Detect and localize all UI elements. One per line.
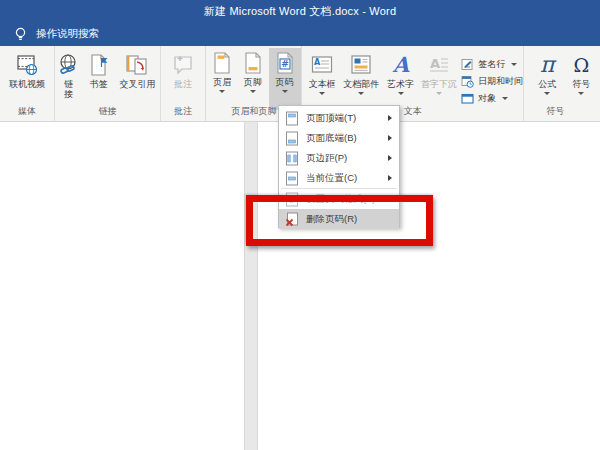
header-dropdown-arrow-icon — [219, 90, 225, 93]
drop-cap-icon: A — [427, 52, 451, 78]
text-box-dropdown-arrow-icon — [319, 92, 325, 95]
submenu-arrow-icon — [388, 155, 392, 161]
drop-cap-dropdown-arrow-icon — [436, 92, 442, 95]
drop-cap-label: 首字下沉 — [421, 79, 457, 89]
date-and-time-icon — [461, 75, 474, 88]
footer-button[interactable]: 页脚 — [238, 48, 268, 104]
bookmark-icon — [88, 52, 110, 78]
signature-line-label: 签名行 — [478, 58, 505, 71]
submenu-arrow-icon — [388, 115, 392, 121]
symbol-omega-icon: Ω — [573, 52, 589, 78]
menu-item-label: 页面顶端(T) — [306, 112, 388, 125]
comment-label: 批注 — [174, 79, 192, 89]
window-title: 新建 Microsoft Word 文档.docx - Word — [204, 4, 396, 19]
object-label: 对象 — [478, 92, 496, 105]
cross-reference-label: 交叉引用 — [119, 79, 155, 89]
svg-text:#: # — [281, 59, 289, 69]
date-and-time-label: 日期和时间 — [478, 75, 523, 88]
quick-parts-icon — [349, 52, 373, 78]
signature-line-button[interactable]: 签名行 — [461, 56, 523, 72]
submenu-arrow-icon — [388, 175, 392, 181]
menu-item-top-of-page[interactable]: 页面顶端(T) — [279, 108, 399, 128]
current-position-icon — [284, 171, 299, 186]
lightbulb-icon — [14, 27, 27, 42]
symbols-group-label: 符号 — [524, 105, 600, 118]
tell-me-label: 操作说明搜索 — [36, 27, 99, 41]
svg-text:A: A — [314, 58, 321, 67]
date-and-time-button[interactable]: 日期和时间 — [461, 73, 523, 89]
menu-item-label: 页面底端(B) — [306, 132, 388, 145]
comment-icon — [171, 52, 195, 78]
online-video-icon — [15, 52, 39, 78]
footer-icon — [243, 50, 263, 76]
page-bottom-icon — [284, 131, 299, 146]
bookmark-label: 书签 — [90, 79, 108, 89]
footer-label: 页脚 — [244, 77, 262, 87]
text-box-button[interactable]: A 文本框 — [306, 50, 338, 106]
quick-parts-button[interactable]: 文档部件 — [341, 50, 382, 106]
menu-item-bottom-of-page[interactable]: 页面底端(B) — [279, 128, 399, 148]
footer-dropdown-arrow-icon — [250, 90, 256, 93]
svg-text:A: A — [430, 56, 440, 71]
page-top-icon — [284, 111, 299, 126]
links-group-label: 链接 — [55, 105, 160, 118]
drop-cap-button: A 首字下沉 — [419, 50, 458, 106]
svg-text:A: A — [391, 53, 409, 77]
page-number-dropdown-arrow-icon — [282, 90, 288, 93]
quick-parts-label: 文档部件 — [343, 79, 379, 89]
menu-item-current-position[interactable]: 当前位置(C) — [279, 168, 399, 188]
wordart-label: 艺术字 — [387, 79, 414, 89]
document-page-edge — [244, 122, 258, 450]
page-number-button[interactable]: # 页码 — [269, 48, 301, 110]
signature-line-icon — [461, 58, 474, 71]
red-annotation-rectangle — [246, 195, 433, 246]
page-number-label: 页码 — [276, 77, 294, 87]
ribbon-group-symbols: π 公式 Ω 符号 符号 — [524, 46, 600, 121]
online-video-label: 联机视频 — [9, 79, 45, 89]
symbol-button[interactable]: Ω 符号 — [566, 50, 596, 106]
tell-me-bar[interactable]: 操作说明搜索 — [0, 22, 600, 46]
menu-item-page-margins[interactable]: 页边距(P) — [279, 148, 399, 168]
submenu-arrow-icon — [388, 135, 392, 141]
ribbon-group-links: 链接 书签 — [55, 46, 161, 121]
ribbon-group-media: 联机视频 媒体 — [0, 46, 55, 121]
equation-pi-icon: π — [540, 52, 554, 78]
title-bar: 新建 Microsoft Word 文档.docx - Word — [0, 0, 600, 22]
quick-parts-dropdown-arrow-icon — [358, 92, 364, 95]
link-button[interactable]: 链接 — [56, 50, 82, 106]
online-video-button[interactable]: 联机视频 — [0, 50, 54, 106]
text-group-stack: 签名行 日期和时间 — [461, 50, 523, 106]
bookmark-button[interactable]: 书签 — [83, 50, 115, 106]
signature-line-dropdown-arrow-icon — [511, 63, 517, 66]
object-button[interactable]: 对象 — [461, 90, 523, 106]
page-number-icon: # — [275, 50, 295, 76]
ribbon-group-comments: 批注 批注 — [161, 46, 206, 121]
wordart-dropdown-arrow-icon — [398, 92, 404, 95]
comments-group-label: 批注 — [161, 105, 205, 118]
text-box-label: 文本框 — [309, 79, 336, 89]
media-group-label: 媒体 — [0, 105, 54, 118]
page-margins-icon — [284, 151, 299, 166]
link-icon — [57, 52, 81, 78]
link-label: 链接 — [63, 79, 74, 100]
symbol-dropdown-arrow-icon — [578, 92, 584, 95]
header-label: 页眉 — [213, 77, 231, 87]
comment-button: 批注 — [163, 50, 203, 106]
wordart-icon: A — [389, 52, 413, 78]
text-box-icon: A — [310, 52, 334, 78]
object-dropdown-arrow-icon — [502, 97, 508, 100]
symbol-label: 符号 — [572, 79, 590, 89]
menu-item-label: 页边距(P) — [306, 152, 388, 165]
equation-label: 公式 — [538, 79, 556, 89]
cross-reference-button[interactable]: 交叉引用 — [115, 50, 159, 106]
header-icon — [212, 50, 232, 76]
wordart-button[interactable]: A 艺术字 — [385, 50, 417, 106]
header-button[interactable]: 页眉 — [207, 48, 237, 104]
menu-item-label: 当前位置(C) — [306, 172, 388, 185]
cross-reference-icon — [124, 52, 150, 78]
equation-dropdown-arrow-icon — [544, 92, 550, 95]
equation-button[interactable]: π 公式 — [532, 50, 562, 106]
object-icon — [461, 92, 474, 105]
